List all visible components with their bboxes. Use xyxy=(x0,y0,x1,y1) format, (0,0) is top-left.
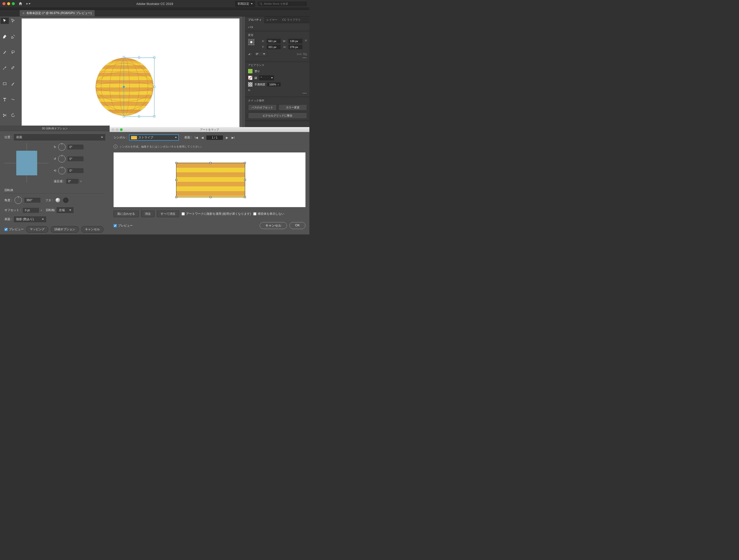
invisible-geometry-checkbox[interactable]: 構造体を表示しない xyxy=(253,212,284,216)
surface-number: 1 / 1 xyxy=(206,136,223,140)
pixel-align-button[interactable]: ピクセルグリッドに整合 xyxy=(248,113,307,119)
ok-button[interactable]: OK xyxy=(289,222,305,229)
paintbrush-tool[interactable] xyxy=(9,80,17,87)
symbol-select[interactable]: ストライプ xyxy=(129,135,179,141)
first-surface-icon[interactable]: I◀ xyxy=(194,136,198,140)
workspace-switcher[interactable]: 初期設定 xyxy=(235,1,255,7)
cancel-button[interactable]: キャンセル xyxy=(260,222,287,229)
arrange-icon[interactable] xyxy=(26,1,30,6)
blob-brush-tool[interactable] xyxy=(9,65,17,71)
lasso-tool[interactable] xyxy=(9,49,17,55)
opacity-swatch[interactable] xyxy=(248,82,253,87)
preview-checkbox[interactable]: プレビュー xyxy=(4,227,24,231)
h-field[interactable] xyxy=(288,45,302,49)
offset-path-button[interactable]: パスのオフセット xyxy=(248,105,277,111)
clear-button[interactable]: 消去 xyxy=(141,211,154,217)
cancel-button[interactable]: キャンセル xyxy=(81,226,104,233)
curvature-tool[interactable] xyxy=(9,33,17,40)
more-options-button[interactable]: 詳細オプション xyxy=(51,226,79,233)
symbol-thumb-icon xyxy=(131,136,137,139)
stroke-weight[interactable]: ⌃ xyxy=(259,75,274,80)
window-controls xyxy=(0,2,15,5)
offset-step[interactable]: › xyxy=(41,209,42,212)
cap-off-button[interactable] xyxy=(63,197,68,203)
rot-x-dial[interactable] xyxy=(58,143,65,151)
scissors-tool[interactable] xyxy=(0,112,9,119)
pen-tool[interactable] xyxy=(0,33,9,40)
svg-point-6 xyxy=(3,116,4,117)
selection-bounds[interactable] xyxy=(124,57,154,117)
search-input[interactable] xyxy=(264,2,305,5)
selection-tool[interactable] xyxy=(0,17,9,24)
more-options-icon[interactable]: ••• xyxy=(248,91,307,95)
revolve-angle-field[interactable]: 360° xyxy=(24,198,40,203)
prev-surface-icon[interactable]: ◀ xyxy=(201,136,204,140)
reference-point[interactable] xyxy=(248,39,255,45)
dialog-3d-revolve: 3D 回転体オプション 位置 :前面 ↻0° ↺0° ⟲0° 遠近感 :0°› … xyxy=(0,126,110,234)
opacity-field[interactable]: 100%› xyxy=(267,82,281,86)
axis-select[interactable]: 左端 xyxy=(57,207,73,213)
x-field[interactable] xyxy=(267,39,281,43)
mapped-symbol[interactable] xyxy=(176,163,245,197)
link-wh-icon[interactable]: ⊘ xyxy=(305,39,307,42)
rot-y-dial[interactable] xyxy=(58,155,65,163)
magic-wand-tool[interactable] xyxy=(0,49,9,55)
fill-color-swatch[interactable] xyxy=(248,69,253,73)
document-tab[interactable]: × 名称未設定-1* @ 66.67% (RGB/GPU プレビュー) xyxy=(20,10,95,16)
scale-to-fit-button[interactable]: 面に合わせる xyxy=(114,211,139,217)
zoom-icon[interactable] xyxy=(120,128,123,131)
last-surface-icon[interactable]: ▶I xyxy=(231,136,235,140)
rotation-preview[interactable] xyxy=(4,143,49,183)
info-icon: i xyxy=(114,145,118,149)
dialog-titlebar[interactable]: アートをマップ xyxy=(110,127,309,132)
close-tab-icon[interactable]: × xyxy=(23,12,24,15)
flip-h-icon[interactable]: ▷◁ xyxy=(297,52,301,56)
rotate-tool[interactable] xyxy=(9,112,17,119)
minimize-window-icon[interactable] xyxy=(7,2,10,5)
shade-artwork-checkbox[interactable]: アートワークに陰影を適用 (処理が遅くなります) xyxy=(181,212,251,216)
tab-libraries[interactable]: CC ライブラリ xyxy=(280,16,303,23)
stroke-color-swatch[interactable] xyxy=(248,75,253,80)
more-options-icon[interactable]: ••• xyxy=(248,56,307,59)
w-field[interactable] xyxy=(288,39,302,43)
recolor-button[interactable]: カラー変更 xyxy=(279,105,307,111)
brush-tool[interactable] xyxy=(0,65,9,71)
rotate-field[interactable]: 0° xyxy=(254,52,267,56)
y-field[interactable] xyxy=(267,45,281,49)
clear-all-button[interactable]: すべて消去 xyxy=(157,211,179,217)
stock-search[interactable] xyxy=(258,1,307,6)
tab-layers[interactable]: レイヤー xyxy=(264,16,280,23)
dialog-title: 3D 回転体オプション xyxy=(0,126,110,131)
tab-properties[interactable]: プロパティ xyxy=(246,16,264,23)
preview-checkbox[interactable]: プレビュー xyxy=(114,224,133,228)
map-art-button[interactable]: マッピング xyxy=(26,226,48,233)
surface-select[interactable]: 陰影 (艶あり) xyxy=(14,216,46,222)
rectangle-tool[interactable] xyxy=(0,80,9,87)
rot-y-field[interactable]: 0° xyxy=(67,156,84,161)
control-bar xyxy=(0,7,309,10)
home-icon[interactable] xyxy=(18,1,23,6)
map-preview[interactable] xyxy=(114,152,305,207)
minimize-icon[interactable] xyxy=(116,128,119,131)
perspective-field[interactable]: 0° xyxy=(66,179,79,184)
perspective-step[interactable]: › xyxy=(81,180,82,183)
selection-type: パス xyxy=(248,25,307,29)
type-tool[interactable] xyxy=(0,96,9,103)
next-surface-icon[interactable]: ▶ xyxy=(226,136,229,140)
line-tool[interactable] xyxy=(9,96,17,103)
offset-field[interactable]: 0 pt xyxy=(23,208,39,213)
position-select[interactable]: 前面 xyxy=(14,134,105,140)
rot-x-field[interactable]: 0° xyxy=(67,145,84,150)
fx-button[interactable]: fx. xyxy=(248,88,307,91)
maximize-window-icon[interactable] xyxy=(12,2,15,5)
close-icon[interactable] xyxy=(112,128,114,131)
close-window-icon[interactable] xyxy=(2,2,5,5)
flip-v-icon[interactable]: ▽△ xyxy=(303,52,307,56)
direct-selection-tool[interactable] xyxy=(9,17,17,24)
revolve-angle-dial[interactable] xyxy=(15,196,22,204)
rot-z-dial[interactable] xyxy=(58,167,65,174)
revolve-section-title: 回転体 xyxy=(4,188,105,194)
rot-z-field[interactable]: 0° xyxy=(67,168,84,173)
cap-on-button[interactable] xyxy=(55,197,60,203)
document-tab-label: 名称未設定-1* @ 66.67% (RGB/GPU プレビュー) xyxy=(26,11,92,15)
